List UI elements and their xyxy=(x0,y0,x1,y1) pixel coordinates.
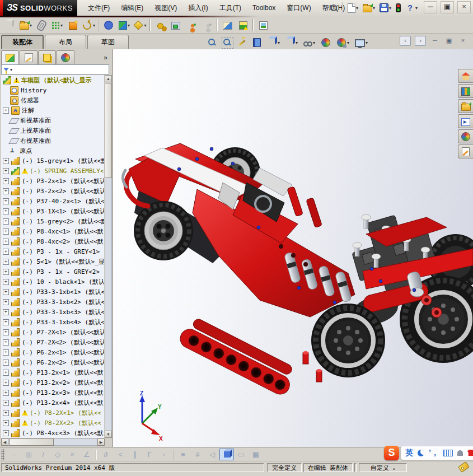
tree-item[interactable]: (-) P8-2X<1> (默认<< xyxy=(1,408,104,418)
component-pattern-button[interactable]: ▾ xyxy=(49,18,65,32)
assembly-settings-button[interactable] xyxy=(101,18,116,32)
menu-file[interactable]: 文件(F) xyxy=(83,2,115,15)
tree-expander[interactable] xyxy=(3,299,9,305)
tree-item[interactable]: (-) P33-3-1xb<4> (默认< xyxy=(1,317,104,327)
tree-expander[interactable] xyxy=(3,249,9,255)
tree-item[interactable]: (-) P33-3-1xb<2> (默认< xyxy=(1,297,104,307)
tree-item[interactable]: 上视基准面 xyxy=(1,125,104,136)
assembly-visualization-button[interactable] xyxy=(235,18,251,32)
tree-expander[interactable] xyxy=(3,228,9,235)
tree-item[interactable]: (-) P3-1X<1> (默认<<默认 xyxy=(1,206,104,216)
custom-properties-tab[interactable] xyxy=(458,144,473,158)
tree-vscroll-thumb[interactable] xyxy=(105,83,112,178)
snap-line-button[interactable]: / xyxy=(36,449,50,460)
graphics-viewport[interactable]: Z Y X xyxy=(113,49,473,447)
tree-item[interactable]: 原点 xyxy=(1,146,104,156)
tree-item[interactable]: (-) P3-2x<1> (默认<<默认 xyxy=(1,176,104,186)
move-rotate-component-button[interactable]: ▾ xyxy=(81,18,96,32)
tree-item[interactable]: 右视基准面 xyxy=(1,136,104,146)
tree-expander[interactable] xyxy=(3,390,9,396)
toolbar-grip-handle[interactable] xyxy=(1,449,4,460)
tree-scroll-left-button[interactable]: ◀ xyxy=(1,438,8,446)
tree-item[interactable]: 前视基准面 xyxy=(1,115,104,125)
tree-item[interactable]: (-) P13-2x<4> (默认<<默 xyxy=(1,398,104,408)
tree-expander[interactable] xyxy=(3,380,9,386)
tree-scroll-down-button[interactable]: ▼ xyxy=(105,431,112,438)
snap-parallel-button[interactable]: ∥ xyxy=(128,449,142,460)
status-custom-dropdown[interactable]: 自定义 ▴ xyxy=(359,463,407,472)
tree-scroll-up-button[interactable]: ▲ xyxy=(105,75,112,82)
tree-item[interactable]: 注解 xyxy=(1,105,104,115)
tree-expander[interactable] xyxy=(3,158,9,164)
interference-detection-button[interactable] xyxy=(219,18,235,32)
tag-icon[interactable] xyxy=(458,461,470,473)
open-part-button[interactable]: ▾ xyxy=(18,18,34,32)
tree-item[interactable]: (-) 10 - black<1> (默认 xyxy=(1,277,104,287)
shaded-view-cube-button[interactable] xyxy=(219,449,234,460)
snap-hv-lines-button[interactable]: ≡ xyxy=(176,449,190,460)
annotation-views-button[interactable] xyxy=(250,36,264,49)
take-snapshot-button[interactable] xyxy=(255,18,271,32)
tree-filter-field[interactable]: ▾ xyxy=(1,64,109,74)
tree-expander[interactable] xyxy=(3,208,9,214)
snap-midpoint-button[interactable]: ◇ xyxy=(50,449,65,460)
viewport-grid-button[interactable]: ▦ xyxy=(249,449,263,460)
tree-item[interactable]: (-) P8-4xc<1> (默认<<默 xyxy=(1,226,104,236)
panel-tabs-overflow-button[interactable]: » xyxy=(100,53,111,63)
new-document-button[interactable]: ▾ xyxy=(346,2,360,14)
snap-perpendicular-button[interactable]: Γ xyxy=(142,449,157,460)
tree-item[interactable]: (-) P33-3-1xb<3> (默认< xyxy=(1,307,104,317)
exploded-view-button[interactable] xyxy=(168,18,184,32)
zoom-to-fit-button[interactable] xyxy=(205,36,219,49)
appearances-scenes-tab[interactable] xyxy=(458,129,473,143)
tree-item[interactable]: (-) P13-2x<3> (默认<<默 xyxy=(1,388,104,398)
menu-toolbox[interactable]: Toolbox xyxy=(247,2,280,13)
menu-tools[interactable]: 工具(T) xyxy=(214,2,246,15)
tree-expander[interactable] xyxy=(3,309,9,315)
tree-item[interactable]: (-) 15-grey<2> (默认<<默 xyxy=(1,216,104,226)
hide-show-items-button[interactable]: ▾ xyxy=(301,38,317,48)
view-palette-tab[interactable] xyxy=(458,114,473,128)
model-wheel-rear-left[interactable] xyxy=(311,304,385,377)
tree-item[interactable]: (-) P8-4xc<3> (默认<<默 xyxy=(1,428,104,438)
pane-collapse-left-button[interactable]: ‹ xyxy=(400,36,411,46)
grid-settings-button[interactable]: # xyxy=(190,449,205,460)
snap-angle-lines-button[interactable]: ◁ xyxy=(205,449,219,460)
tree-item[interactable]: (-) P37-40-2x<1> (默认< xyxy=(1,196,104,206)
tab-sketch[interactable]: 草图 xyxy=(87,35,129,49)
tree-expander[interactable] xyxy=(3,319,9,325)
help-button[interactable]: ▾ xyxy=(404,2,419,14)
close-button[interactable]: × xyxy=(457,1,471,13)
property-manager-tab[interactable] xyxy=(20,50,38,65)
tree-expander[interactable] xyxy=(3,349,9,356)
tree-expander[interactable] xyxy=(3,289,9,295)
tree-expander[interactable] xyxy=(3,370,9,376)
configuration-manager-tab[interactable] xyxy=(38,50,56,65)
tree-expander[interactable] xyxy=(3,339,9,346)
snap-grid-points-button[interactable]: ▫ xyxy=(157,449,171,460)
section-view-button[interactable] xyxy=(236,36,249,49)
assembly-features-button[interactable]: ▾ xyxy=(132,18,148,32)
tree-item[interactable]: (-) P7-2X<2> (默认<<默认 xyxy=(1,337,104,347)
open-document-button[interactable]: ▾ xyxy=(361,2,377,13)
tree-expander[interactable] xyxy=(3,168,9,174)
tree-item[interactable]: (-) 15-grey<1> (默认<<默 xyxy=(1,156,104,166)
tree-item[interactable]: (-) P3-2x<2> (默认<<默认 xyxy=(1,186,104,196)
display-manager-tab[interactable] xyxy=(57,50,74,65)
model-car[interactable] xyxy=(113,49,473,447)
ime-shop-button[interactable] xyxy=(467,450,473,456)
ime-language-button[interactable]: 英 xyxy=(405,448,413,458)
tree-expander[interactable] xyxy=(3,108,9,114)
save-document-button[interactable]: ▾ xyxy=(378,2,393,13)
tree-expander[interactable] xyxy=(3,198,9,204)
ime-soft-keyboard-button[interactable] xyxy=(443,450,453,456)
smart-fasteners-button[interactable] xyxy=(65,18,81,32)
tree-hscroll-thumb[interactable] xyxy=(9,438,54,446)
tree-expander[interactable] xyxy=(3,188,9,194)
show-hidden-components-button[interactable]: ▾ xyxy=(116,18,132,32)
tree-item[interactable]: (-) P13-2x<1> (默认<<默 xyxy=(1,367,104,377)
edit-appearance-button[interactable] xyxy=(319,36,333,49)
performance-monitor-button[interactable] xyxy=(394,2,402,13)
tab-layout[interactable]: 布局 xyxy=(45,35,86,49)
tree-item[interactable]: (-) P6-2x<1> (默认<<默认 xyxy=(1,347,104,357)
